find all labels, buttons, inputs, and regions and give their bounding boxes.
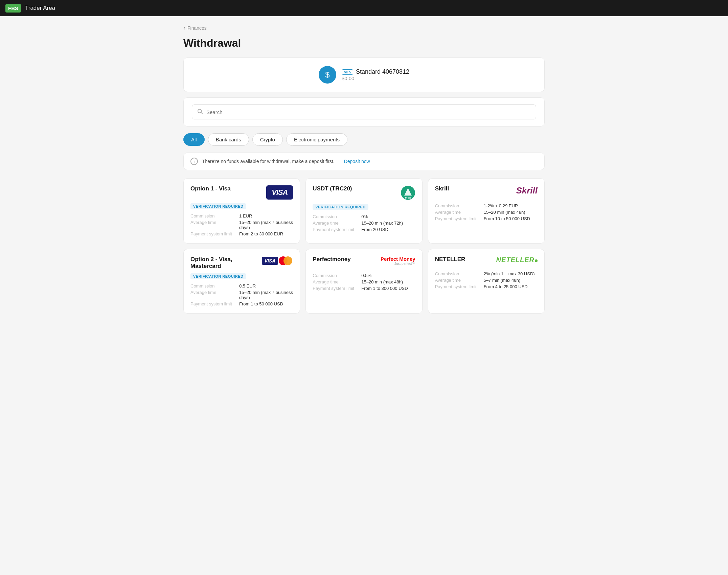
limit-value: From 10 to 50 000 USD: [484, 216, 538, 221]
payment-name: Perfectmoney: [313, 256, 350, 263]
verification-badge: VERIFICATION REQUIRED: [190, 273, 246, 279]
limit-label: Payment system limit: [435, 216, 482, 221]
avg-time-row: Average time 5–7 min (max 48h): [435, 278, 538, 283]
commission-value: 0.5%: [361, 273, 415, 278]
commission-value: 2% (min 1 – max 30 USD): [484, 271, 538, 276]
avg-time-value: 5–7 min (max 48h): [484, 278, 538, 283]
limit-row: Payment system limit From 20 USD: [313, 227, 415, 232]
fbs-logo: FBS: [5, 4, 21, 13]
neteller-logo: NETELLER: [496, 256, 538, 264]
commission-row: Commission 1-2% + 0.29 EUR: [435, 203, 538, 208]
payment-name: Option 2 - Visa, Mastercard: [190, 256, 251, 270]
filter-tab-crypto[interactable]: Crypto: [252, 133, 283, 146]
avg-time-value: 15–20 min (max 72h): [361, 221, 415, 226]
avg-time-value: 15–20 min (max 48h): [361, 279, 415, 284]
warning-text: There're no funds available for withdraw…: [202, 159, 335, 164]
limit-row: Payment system limit From 2 to 30 000 EU…: [190, 231, 293, 236]
deposit-link[interactable]: Deposit now: [344, 159, 370, 164]
payment-details: Commission 0.5% Average time 15–20 min (…: [313, 273, 415, 291]
filter-tab-electronic[interactable]: Electronic payments: [286, 133, 347, 146]
limit-row: Payment system limit From 4 to 25 000 US…: [435, 284, 538, 289]
payment-card-header: Skrill Skrill: [435, 185, 538, 196]
avg-time-label: Average time: [435, 210, 482, 215]
limit-value: From 4 to 25 000 USD: [484, 284, 538, 289]
search-icon: [197, 108, 203, 116]
payment-card-skrill[interactable]: Skrill Skrill Commission 1-2% + 0.29 EUR…: [428, 178, 545, 244]
limit-label: Payment system limit: [190, 301, 238, 306]
payment-details: Commission 0.5 EUR Average time 15–20 mi…: [190, 283, 293, 306]
commission-value: 0.5 EUR: [239, 283, 293, 289]
payment-card-perfectmoney[interactable]: Perfectmoney Perfect MoneyJust perfect™ …: [305, 249, 422, 314]
breadcrumb-label: Finances: [187, 25, 207, 31]
filter-tab-bank-cards[interactable]: Bank cards: [208, 133, 249, 146]
limit-value: From 20 USD: [361, 227, 415, 232]
commission-label: Commission: [190, 283, 238, 289]
commission-value: 0%: [361, 214, 415, 219]
visa-mc-logo: VISA: [262, 256, 293, 266]
account-icon: $: [319, 66, 336, 84]
avg-time-value: 15–20 min (max 48h): [484, 210, 538, 215]
avg-time-row: Average time 15–20 min (max 48h): [435, 210, 538, 215]
payment-details: Commission 1 EUR Average time 15–20 min …: [190, 213, 293, 236]
commission-row: Commission 2% (min 1 – max 30 USD): [435, 271, 538, 276]
dollar-icon: $: [325, 70, 329, 79]
visa-sm-logo: VISA: [262, 257, 278, 265]
limit-value: From 1 to 300 000 USD: [361, 286, 415, 291]
perfectmoney-logo: Perfect MoneyJust perfect™: [381, 256, 415, 266]
avg-time-value: 15–20 min (max 7 business days): [239, 220, 293, 230]
account-info: MT5 Standard 40670812 $0.00: [342, 68, 409, 81]
svg-line-1: [201, 112, 202, 114]
payment-name: NETELLER: [435, 256, 465, 263]
commission-label: Commission: [190, 213, 238, 218]
limit-label: Payment system limit: [190, 231, 238, 236]
payment-card-header: Option 1 - Visa VISA: [190, 185, 293, 200]
account-name-row: MT5 Standard 40670812: [342, 68, 409, 75]
payment-card-header: USDT (TRC20) TRC20: [313, 185, 415, 200]
limit-row: Payment system limit From 10 to 50 000 U…: [435, 216, 538, 221]
mastercard-logo: [279, 256, 293, 266]
limit-label: Payment system limit: [313, 286, 360, 291]
breadcrumb[interactable]: ‹ Finances: [183, 24, 545, 31]
payment-card-usdt[interactable]: USDT (TRC20) TRC20 VERIFICATION REQUIRED…: [305, 178, 422, 244]
limit-row: Payment system limit From 1 to 300 000 U…: [313, 286, 415, 291]
avg-time-row: Average time 15–20 min (max 48h): [313, 279, 415, 284]
avg-time-label: Average time: [190, 290, 238, 300]
commission-row: Commission 0.5 EUR: [190, 283, 293, 289]
filter-tabs: All Bank cards Crypto Electronic payment…: [183, 133, 545, 146]
visa-logo: VISA: [266, 185, 293, 200]
avg-time-row: Average time 15–20 min (max 7 business d…: [190, 290, 293, 300]
payment-grid: Option 1 - Visa VISA VERIFICATION REQUIR…: [183, 178, 545, 314]
app-title: Trader Area: [25, 5, 55, 12]
verification-badge: VERIFICATION REQUIRED: [313, 204, 368, 210]
commission-label: Commission: [435, 271, 482, 276]
payment-name: Option 1 - Visa: [190, 185, 231, 192]
commission-value: 1-2% + 0.29 EUR: [484, 203, 538, 208]
trc20-logo: TRC20: [401, 185, 415, 200]
info-icon: i: [190, 158, 198, 165]
avg-time-row: Average time 15–20 min (max 72h): [313, 221, 415, 226]
app-header: FBS Trader Area: [0, 0, 728, 16]
payment-name: USDT (TRC20): [313, 185, 352, 192]
account-balance: $0.00: [342, 75, 409, 81]
search-card: [183, 97, 545, 127]
back-arrow-icon: ‹: [183, 24, 185, 31]
search-input[interactable]: [206, 109, 531, 115]
commission-row: Commission 0.5%: [313, 273, 415, 278]
skrill-logo: Skrill: [516, 185, 538, 196]
page-title: Withdrawal: [183, 37, 545, 49]
limit-value: From 1 to 50 000 USD: [239, 301, 293, 306]
commission-row: Commission 1 EUR: [190, 213, 293, 218]
commission-value: 1 EUR: [239, 213, 293, 218]
search-wrapper[interactable]: [192, 105, 536, 119]
payment-card-visa[interactable]: Option 1 - Visa VISA VERIFICATION REQUIR…: [183, 178, 300, 244]
payment-card-visa-mc[interactable]: Option 2 - Visa, Mastercard VISA VERIFIC…: [183, 249, 300, 314]
payment-details: Commission 0% Average time 15–20 min (ma…: [313, 214, 415, 232]
mt5-badge: MT5: [342, 69, 353, 75]
payment-card-neteller[interactable]: NETELLER NETELLER Commission 2% (min 1 –…: [428, 249, 545, 314]
filter-tab-all[interactable]: All: [183, 133, 205, 146]
commission-label: Commission: [435, 203, 482, 208]
avg-time-value: 15–20 min (max 7 business days): [239, 290, 293, 300]
warning-banner: i There're no funds available for withdr…: [183, 153, 545, 170]
main-content: ‹ Finances Withdrawal $ MT5 Standard 406…: [178, 16, 550, 322]
payment-details: Commission 1-2% + 0.29 EUR Average time …: [435, 203, 538, 221]
